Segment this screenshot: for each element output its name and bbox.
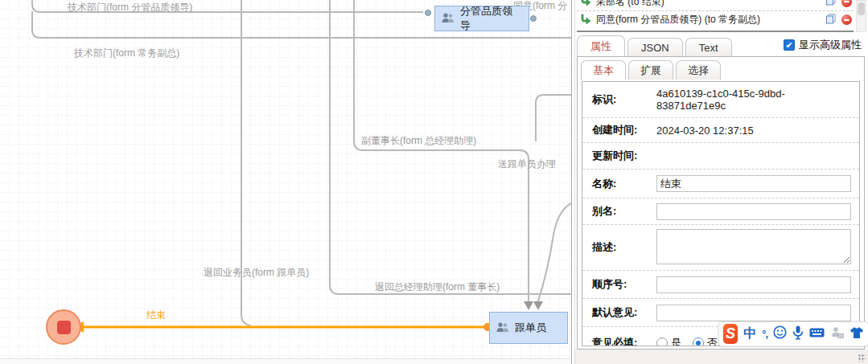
field-label-description: 描述: xyxy=(592,240,656,255)
alias-input[interactable] xyxy=(656,203,851,220)
list-scrollbar[interactable] xyxy=(856,0,866,32)
copy-icon[interactable] xyxy=(825,0,837,9)
scrollbar-thumb[interactable] xyxy=(858,2,865,15)
end-edge-label[interactable]: 结束 xyxy=(146,309,166,322)
sequence-input[interactable] xyxy=(656,276,851,293)
end-node[interactable] xyxy=(46,309,81,345)
field-label-id: 标识: xyxy=(592,92,656,107)
node-merchandiser[interactable]: 跟单员 xyxy=(489,312,568,344)
show-advanced-group[interactable]: ✔ 显示高级属性 xyxy=(784,38,862,52)
keyboard-icon[interactable] xyxy=(809,327,825,342)
flow-canvas[interactable]: 技术部门(form 分管品质领导) 技术部门(form 常务副总) 副董事长(f… xyxy=(0,0,571,364)
transition-row[interactable]: 采部名 (to 结束) xyxy=(577,0,854,10)
field-value-created: 2024-03-20 12:37:15 xyxy=(656,125,851,137)
subtab-extend[interactable]: 扩展 xyxy=(628,60,673,80)
description-textarea[interactable] xyxy=(656,229,851,264)
fields-form: 标识: 4a610139-c1c0-415c-9dbd-83871de71e9c… xyxy=(582,81,860,346)
edge-label[interactable]: 退回总经理助理(form 董事长) xyxy=(375,280,500,294)
node-quality-leader[interactable]: 分管品质领导 xyxy=(434,6,529,31)
field-label-alias: 别名: xyxy=(592,204,656,219)
tab-attributes[interactable]: 属性 xyxy=(577,35,625,56)
field-label-name: 名称: xyxy=(592,177,656,191)
remove-icon[interactable] xyxy=(841,14,852,25)
edge-label[interactable]: 副董事长(form 总经理助理) xyxy=(361,134,476,148)
node-label: 跟单员 xyxy=(515,321,546,335)
show-advanced-checkbox[interactable]: ✔ xyxy=(784,39,795,51)
tab-json[interactable]: JSON xyxy=(627,38,683,56)
canvas-hscrollbar[interactable] xyxy=(0,358,571,364)
radio-circle-yes[interactable] xyxy=(656,337,668,346)
end-node-square xyxy=(57,321,71,334)
field-label-sequence: 顺序号: xyxy=(592,277,656,292)
properties-panel: 采部名 (to 结束) 同意(form 分管品质领导) (to 常务副总) xyxy=(571,0,868,364)
transition-label: 同意(form 分管品质领导) (to 常务副总) xyxy=(596,13,821,27)
tab-text[interactable]: Text xyxy=(685,38,732,56)
edge-label[interactable]: 送跟单员办理 xyxy=(498,157,556,171)
emoji-icon[interactable] xyxy=(773,325,787,342)
workflow-editor: 技术部门(form 分管品质领导) 技术部门(form 常务副总) 副董事长(f… xyxy=(0,0,868,364)
field-label-updated: 更新时间: xyxy=(592,149,656,163)
name-input[interactable] xyxy=(656,175,851,192)
port-dot-left[interactable] xyxy=(426,10,431,16)
transition-row[interactable]: 同意(form 分管品质领导) (to 常务副总) xyxy=(577,10,854,28)
svg-text:28: 28 xyxy=(838,333,843,337)
ime-mode-icon[interactable]: 中 xyxy=(743,325,756,342)
branch-arrow-icon xyxy=(580,0,591,9)
node-label: 分管品质领导 xyxy=(460,4,522,33)
ime-punctuation-icon[interactable]: °, xyxy=(762,328,767,340)
attributes-content: 基本 扩展 选择 标识: 4a610139-c1c0-415c-9dbd-838… xyxy=(577,56,865,350)
default-opinion-input[interactable] xyxy=(656,305,851,321)
panel-statusbar xyxy=(575,350,868,364)
people-icon xyxy=(442,13,455,24)
microphone-icon[interactable] xyxy=(792,325,804,343)
field-label-created: 创建时间: xyxy=(592,123,656,137)
subtab-select[interactable]: 选择 xyxy=(676,60,721,80)
transition-list: 采部名 (to 结束) 同意(form 分管品质领导) (to 常务副总) xyxy=(577,0,854,32)
remove-icon[interactable] xyxy=(841,0,852,7)
people-icon xyxy=(496,322,509,333)
radio-circle-no[interactable] xyxy=(693,337,704,346)
ime-toolbar: S 中 °, 28 xyxy=(718,321,868,346)
radio-label-no: 否 xyxy=(707,336,718,346)
resize-grip[interactable] xyxy=(858,354,866,362)
field-label-opinion-required: 意见必填: xyxy=(592,336,656,346)
edge-label[interactable]: 技术部门(form 分管品质领导) xyxy=(68,1,192,14)
branch-arrow-icon xyxy=(580,13,591,27)
edge-label[interactable]: 技术部门(form 常务副总) xyxy=(74,47,179,60)
copy-icon[interactable] xyxy=(825,13,837,27)
radio-option-no[interactable]: 否 xyxy=(693,336,718,346)
transition-label: 采部名 (to 结束) xyxy=(596,0,821,9)
radio-option-yes[interactable]: 是 xyxy=(656,336,681,346)
field-value-id: 4a610139-c1c0-415c-9dbd-83871de71e9c xyxy=(656,88,851,112)
radio-label-yes: 是 xyxy=(671,336,681,346)
show-advanced-label: 显示高级属性 xyxy=(799,38,862,52)
field-label-default-opinion: 默认意见: xyxy=(592,305,656,320)
edge-label[interactable]: 退回业务员(form 跟单员) xyxy=(204,266,309,280)
sogou-logo-icon[interactable]: S xyxy=(723,324,738,344)
port-dot-right[interactable] xyxy=(531,16,537,22)
panel-tabbar: 属性 JSON Text xyxy=(577,35,732,56)
skin-tshirt-icon[interactable] xyxy=(849,326,864,342)
subtab-basic[interactable]: 基本 xyxy=(581,60,626,80)
toolbox-icon[interactable]: 28 xyxy=(830,326,844,342)
subtabbar: 基本 扩展 选择 xyxy=(581,60,721,80)
